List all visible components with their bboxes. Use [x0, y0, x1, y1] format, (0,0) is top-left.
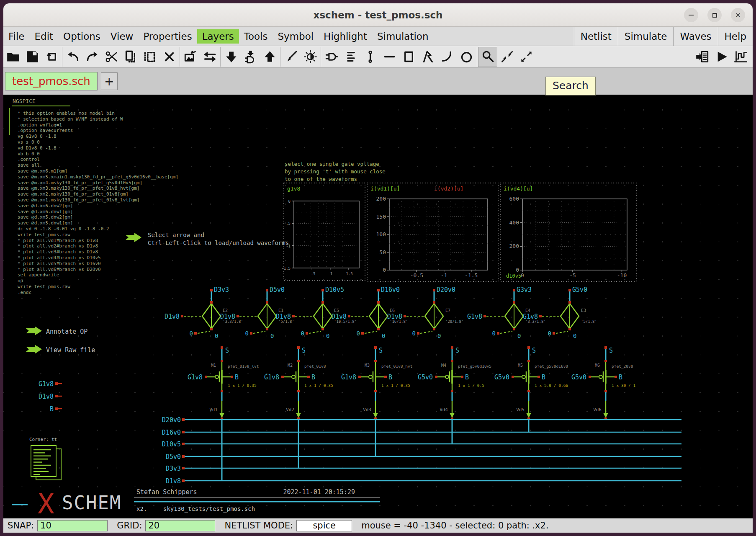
graph-box	[284, 183, 365, 281]
minimize-button[interactable]	[684, 8, 698, 22]
vsource-ref: E1	[278, 308, 283, 313]
netlist-line: vg G1v8 0 -1.8	[18, 134, 57, 139]
insert-line-button[interactable]	[380, 47, 399, 67]
cut-button[interactable]	[102, 47, 121, 67]
pin-dot	[512, 376, 514, 378]
pin-dot	[361, 332, 364, 335]
pin-dot	[182, 467, 185, 469]
netlist-icon-button[interactable]	[692, 47, 712, 67]
close-button[interactable]: ✕	[731, 8, 745, 22]
menu-file[interactable]: File	[3, 29, 30, 44]
search-button[interactable]	[478, 47, 497, 67]
swap-arrows-icon	[203, 50, 217, 64]
paste-button[interactable]	[140, 47, 159, 67]
netlist-button[interactable]: Netlist	[574, 27, 618, 46]
waves-button[interactable]: Waves	[673, 27, 717, 46]
menu-layers[interactable]: Layers	[197, 29, 239, 44]
titlebar[interactable]: xschem - test_pmos.sch ✕	[3, 3, 753, 27]
menu-view[interactable]: View	[105, 29, 139, 44]
reload-button[interactable]	[42, 47, 61, 67]
help-button[interactable]: Help	[718, 27, 753, 46]
net-label: 0	[382, 332, 385, 339]
descend-symbol-button[interactable]	[241, 47, 260, 67]
pmos-model: pfet_g5v0d16v0	[535, 364, 568, 368]
delete-button[interactable]	[159, 47, 179, 67]
menu-properties[interactable]: Properties	[138, 29, 197, 44]
tab-test-pmos[interactable]: test_pmos.sch	[5, 72, 98, 90]
pin-label-B: B	[542, 374, 545, 381]
pin-label-B: B	[235, 374, 239, 381]
snap-input[interactable]: 10	[37, 520, 108, 531]
menu-options[interactable]: Options	[58, 29, 105, 44]
toggle-colors-button[interactable]	[301, 47, 320, 67]
go-back-button[interactable]	[260, 47, 279, 67]
graph-xtick: -1	[328, 272, 332, 276]
graph-ytick: 150	[376, 214, 386, 220]
graph-ytick: 200	[509, 243, 519, 249]
net-label: D3v3	[166, 465, 181, 472]
insert-wire-button[interactable]	[360, 47, 380, 67]
pin-dot	[307, 376, 310, 378]
insert-circle-button[interactable]	[457, 47, 476, 67]
probe-label: Vd3	[363, 407, 371, 412]
insert-text-button[interactable]	[341, 47, 360, 67]
insert-symbol-button[interactable]	[322, 47, 341, 67]
pin-dot	[568, 289, 571, 291]
insert-arc-button[interactable]	[437, 47, 457, 67]
pin-dot	[537, 376, 540, 378]
view-raw-arrow-icon	[26, 345, 42, 354]
pmos-ref: M1	[211, 363, 216, 368]
menu-highlight[interactable]: Highlight	[319, 29, 372, 44]
up-arrow-icon	[263, 50, 277, 64]
open-file-button[interactable]	[3, 47, 23, 67]
polygon-icon	[421, 50, 435, 64]
netlist-line: * plot all.vd5#branch vs D16v0	[18, 261, 101, 266]
menu-edit[interactable]: Edit	[30, 29, 59, 44]
swap-button[interactable]	[200, 47, 219, 67]
pmos-params: 1 x 1 / 0.35	[381, 383, 410, 388]
menu-symbol[interactable]: Symbol	[273, 29, 319, 44]
pin-label-S: S	[609, 347, 613, 354]
save-button[interactable]	[23, 47, 42, 67]
back-annotate-button[interactable]	[181, 47, 200, 67]
draw-wire-mode-button[interactable]	[281, 47, 301, 67]
net-label: 0	[492, 330, 496, 337]
netlist-title: NGSPICE	[13, 98, 36, 104]
pin-dot	[604, 346, 607, 349]
pin-dot	[348, 315, 350, 317]
graph-xtick: -1.5	[465, 272, 478, 278]
copy-button[interactable]	[121, 47, 140, 67]
zoom-box-button[interactable]	[497, 47, 517, 67]
pin-dot	[266, 301, 268, 304]
netlist-line: save @m.xm1.msky130_fd_pr__pfet_01v8_lvt…	[18, 197, 139, 203]
pin-label-B: B	[465, 374, 469, 381]
insert-rect-button[interactable]	[399, 47, 418, 67]
probe-arrow-head	[219, 413, 224, 418]
waves-icon-button[interactable]	[731, 47, 750, 67]
graph-xtick: -1	[441, 272, 447, 278]
new-tab-button[interactable]: +	[101, 72, 118, 90]
pin-dot	[306, 332, 308, 335]
gate-note-line: select one single gate voltage	[285, 161, 379, 167]
redo-button[interactable]	[82, 47, 102, 67]
netlist-line: * plot all.vd1#branch vs D1v8	[18, 238, 98, 243]
xschem-logo-x: X	[38, 488, 54, 518]
simulate-icon-button[interactable]	[712, 47, 731, 67]
pmos-model: pfet_01v8	[304, 364, 326, 368]
netlist-mode-input[interactable]: spice	[296, 520, 352, 531]
annotate-op-arrow-icon	[26, 326, 42, 335]
menu-tools[interactable]: Tools	[239, 29, 273, 44]
simulate-button[interactable]: Simulate	[618, 27, 674, 46]
maximize-button[interactable]	[707, 8, 722, 22]
logic-gate-icon	[325, 50, 339, 64]
descend-schematic-button[interactable]	[221, 47, 241, 67]
undo-button[interactable]	[63, 47, 82, 67]
zoom-full-button[interactable]	[517, 47, 536, 67]
net-label: D1v8	[220, 313, 235, 320]
schematic-canvas[interactable]: NGSPICE* this option enables mos model b…	[3, 95, 753, 518]
pin-dot	[250, 332, 252, 335]
grid-input[interactable]: 20	[145, 520, 215, 531]
menu-simulation[interactable]: Simulation	[372, 29, 434, 44]
insert-polygon-button[interactable]	[418, 47, 437, 67]
netlist-line: * this option enables mos model bin	[18, 111, 115, 116]
